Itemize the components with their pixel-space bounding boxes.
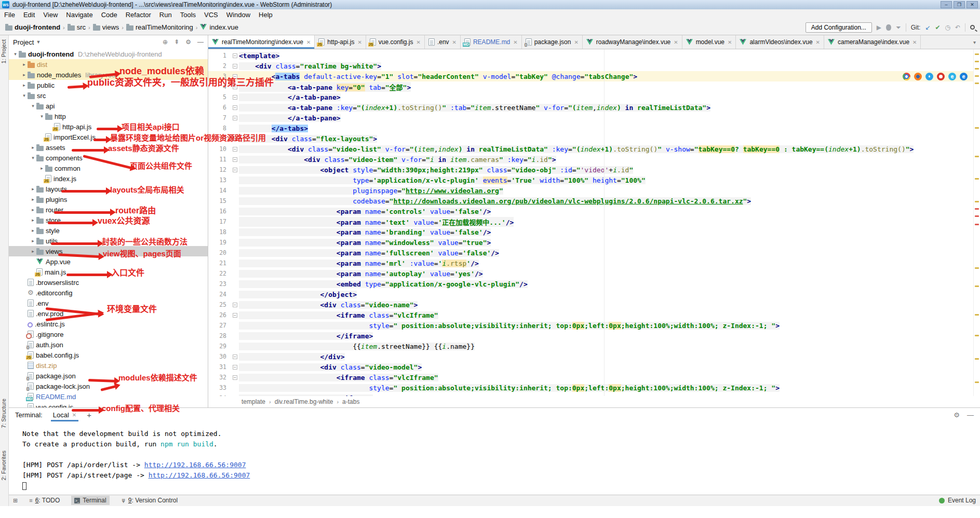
editor-breadcrumb-item[interactable]: template <box>241 398 265 405</box>
breadcrumb-item[interactable]: duoji-frontend <box>5 23 60 31</box>
tree-chevron-icon[interactable]: ▸ <box>30 238 36 243</box>
editor-tab[interactable]: model.vue✕ <box>682 35 736 49</box>
tool-window-favorites[interactable]: 2: Favorites <box>1 451 7 480</box>
tree-chevron-icon[interactable]: ▾ <box>12 51 19 57</box>
menu-code[interactable]: Code <box>97 10 122 20</box>
breadcrumb-item[interactable]: index.vue <box>200 23 238 31</box>
error-stripe[interactable] <box>973 49 980 396</box>
fold-marker-icon[interactable]: − <box>233 116 237 120</box>
fold-gutter[interactable]: − <box>231 157 239 162</box>
tool-window-project[interactable]: 1: Project <box>1 39 7 63</box>
tree-row-api[interactable]: ▾api <box>9 101 208 111</box>
debug-icon[interactable] <box>886 24 891 31</box>
fold-marker-icon[interactable]: − <box>233 137 237 141</box>
tree-chevron-icon[interactable]: ▸ <box>30 186 36 192</box>
terminal-tab-local[interactable]: Local ✕ <box>51 409 78 421</box>
profiler-icon[interactable]: ⏷ <box>896 24 901 31</box>
tree-row-importExcel.js[interactable]: importExcel.js <box>9 132 208 142</box>
close-icon[interactable]: ✕ <box>306 39 311 45</box>
code-editor[interactable]: 1−<template>2− <div class="realTime bg-w… <box>208 49 980 396</box>
fold-marker-icon[interactable]: − <box>233 303 237 307</box>
editor-tab[interactable]: alarmVideos\index.vue✕ <box>736 35 824 49</box>
tree-chevron-icon[interactable]: ▸ <box>21 72 28 77</box>
breadcrumb-item[interactable]: src <box>68 23 86 31</box>
tree-row-http-api.js[interactable]: http-api.js <box>9 121 208 132</box>
fold-gutter[interactable]: − <box>231 365 239 370</box>
fold-marker-icon[interactable]: − <box>233 53 237 58</box>
fold-marker-icon[interactable]: − <box>233 74 237 79</box>
editor-tab[interactable]: package.json✕ <box>522 35 583 49</box>
search-everywhere-icon[interactable] <box>970 25 975 30</box>
rollback-icon[interactable]: ↶ <box>955 24 960 31</box>
firefox-icon[interactable] <box>914 73 922 80</box>
tree-row-.env.prod[interactable]: .env.prod <box>9 308 208 319</box>
fold-gutter[interactable]: − <box>231 168 239 172</box>
git-commit-icon[interactable]: ✔ <box>935 24 940 31</box>
tree-row-package-lock.json[interactable]: package-lock.json <box>9 381 208 391</box>
history-icon[interactable]: ◷ <box>945 24 950 31</box>
breadcrumb-item[interactable]: views <box>93 23 119 31</box>
fold-marker-icon[interactable]: − <box>233 375 237 380</box>
menu-window[interactable]: Window <box>222 10 254 20</box>
menu-file[interactable]: File <box>0 10 19 20</box>
close-button[interactable]: ✕ <box>966 1 978 8</box>
editor-tab[interactable]: cameraManage\index.vue✕ <box>824 35 921 49</box>
breadcrumb-item[interactable]: realTimeMonitoring <box>126 23 193 31</box>
tree-row-auth.json[interactable]: auth.json <box>9 339 208 350</box>
tree-row-style[interactable]: ▸style <box>9 225 208 236</box>
fold-gutter[interactable]: − <box>231 64 239 69</box>
close-icon[interactable]: ✕ <box>674 39 678 45</box>
fold-marker-icon[interactable]: − <box>233 105 237 110</box>
tree-row-utils[interactable]: ▸utils <box>9 236 208 246</box>
tree-row-components[interactable]: ▾components <box>9 153 208 163</box>
fold-marker-icon[interactable]: − <box>233 95 237 100</box>
fold-marker-icon[interactable]: − <box>233 147 237 152</box>
tree-chevron-icon[interactable]: ▸ <box>21 62 28 67</box>
locate-file-icon[interactable]: ⊕ <box>163 38 168 46</box>
fold-marker-icon[interactable]: − <box>233 365 237 370</box>
menu-help[interactable]: Help <box>254 10 277 20</box>
editor-tab[interactable]: roadwayManage\index.vue✕ <box>583 35 682 49</box>
gear-icon[interactable]: ⚙ <box>185 38 191 46</box>
fold-gutter[interactable]: − <box>231 85 239 89</box>
editor-tab[interactable]: .env✕ <box>425 35 461 49</box>
editor-breadcrumb-item[interactable]: a-tabs <box>342 398 359 405</box>
tree-row-router[interactable]: ▸router <box>9 205 208 215</box>
terminal-link[interactable]: http://192.168.66.56:9007 <box>144 461 246 469</box>
tree-chevron-icon[interactable]: ▸ <box>21 83 28 88</box>
tree-row-http[interactable]: ▾http <box>9 111 208 121</box>
tree-chevron-icon[interactable]: ▸ <box>30 249 36 254</box>
tree-row-duoji-frontend[interactable]: ▾duoji-frontendD:\zheheWeb\duoji-fronten… <box>9 49 208 59</box>
chevron-down-icon[interactable]: ▼ <box>36 39 41 45</box>
close-icon[interactable]: ✕ <box>816 39 820 45</box>
close-icon[interactable]: ✕ <box>728 39 732 45</box>
menu-vcs[interactable]: VCS <box>200 10 222 20</box>
statusbar-event-log[interactable]: Event Log <box>939 497 976 504</box>
menu-edit[interactable]: Edit <box>19 10 39 20</box>
tree-row-README.md[interactable]: README.md <box>9 391 208 402</box>
tree-row-layouts[interactable]: ▸layouts <box>9 184 208 194</box>
tree-row-assets[interactable]: ▸assets <box>9 142 208 153</box>
fold-gutter[interactable]: − <box>231 105 239 110</box>
tree-row-node_modules[interactable]: ▸node_moduleslibrary root <box>9 70 208 80</box>
tree-row-vue.config.js[interactable]: vue.config.js <box>9 402 208 407</box>
show-hidden-tabs-icon[interactable]: ▾ <box>973 39 976 45</box>
fold-gutter[interactable]: − <box>231 53 239 58</box>
fold-gutter[interactable]: − <box>231 355 239 359</box>
opera-icon[interactable] <box>937 73 945 80</box>
tree-row-App.vue[interactable]: App.vue <box>9 256 208 267</box>
menu-refactor[interactable]: Refactor <box>122 10 155 20</box>
tree-row-src[interactable]: ▾src <box>9 90 208 101</box>
tree-row-babel.config.js[interactable]: babel.config.js <box>9 350 208 360</box>
fold-marker-icon[interactable]: − <box>233 85 237 89</box>
tree-row-views[interactable]: ▸views <box>9 246 208 256</box>
menu-navigate[interactable]: Navigate <box>62 10 97 20</box>
edge-icon[interactable] <box>960 73 968 80</box>
maximize-button[interactable]: ❐ <box>954 1 965 8</box>
tree-row-main.js[interactable]: main.js <box>9 267 208 277</box>
tree-row-.gitignore[interactable]: .gitignore <box>9 329 208 339</box>
fold-marker-icon[interactable]: − <box>233 313 237 318</box>
fold-gutter[interactable]: − <box>231 303 239 307</box>
editor-breadcrumb-item[interactable]: div.realTime.bg-white <box>275 398 333 405</box>
tree-row-public[interactable]: ▸public <box>9 80 208 90</box>
